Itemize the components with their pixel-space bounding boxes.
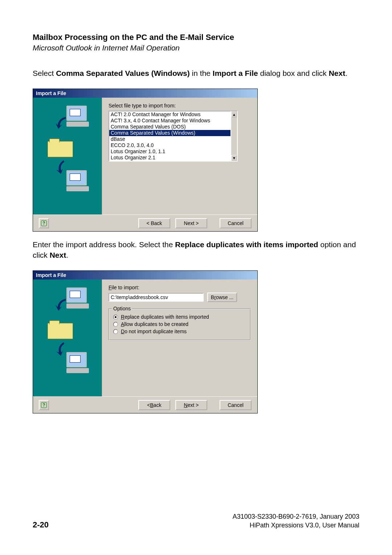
- chevron-down-icon: ▼: [232, 156, 236, 160]
- monitor-icon: [66, 170, 92, 192]
- dialog-content: File to import: Browse ... Options Repla…: [102, 279, 257, 396]
- options-fieldset: Options Replace duplicates with items im…: [109, 309, 251, 340]
- btn-text: ext >: [188, 402, 199, 408]
- text-bold: Import a File: [213, 69, 258, 77]
- list-item[interactable]: ACT! 2.0 Contact Manager for Windows: [109, 111, 230, 118]
- page-footer: 2-20 A31003-S2330-B690-2-7619, January 2…: [33, 513, 359, 530]
- folder-icon: [48, 323, 73, 339]
- next-button[interactable]: Next >: [175, 400, 207, 410]
- monitor-icon: [66, 287, 92, 309]
- mnemonic-underline: A: [121, 321, 124, 327]
- file-type-listbox[interactable]: ACT! 2.0 Contact Manager for Windows ACT…: [109, 111, 231, 162]
- section-heading: Mailbox Processing on the PC and the E-M…: [33, 33, 359, 42]
- dialog-titlebar: Import a File: [33, 271, 257, 279]
- paragraph-2: Enter the import address book. Select th…: [33, 240, 359, 260]
- wizard-graphic: [33, 279, 102, 396]
- wizard-graphic-panel: [33, 279, 102, 396]
- radio-icon: [113, 329, 118, 334]
- document-page: Mailbox Processing on the PC and the E-M…: [0, 0, 392, 413]
- btn-text: owse ...: [216, 294, 233, 300]
- monitor-icon: [66, 352, 92, 374]
- list-item[interactable]: Lotus Organizer 1.0, 1.1: [109, 148, 230, 155]
- arrow-icon: [55, 297, 69, 311]
- dialog-titlebar: Import a File: [33, 89, 257, 98]
- radio-dot-icon: [115, 316, 117, 318]
- import-file-dialog-2: Import a File File to import:: [33, 270, 258, 413]
- dialog-footer: ? < Back Next > Cancel: [33, 396, 257, 413]
- wizard-graphic: [33, 98, 102, 215]
- chevron-up-icon: ▲: [232, 113, 236, 117]
- cancel-button[interactable]: Cancel: [220, 218, 252, 228]
- radio-label: Allow duplicates to be created: [121, 321, 188, 327]
- text-bold: Next: [329, 69, 346, 77]
- dialog-title: Import a File: [36, 272, 66, 278]
- list-item[interactable]: Lotus Organizer 2.1: [109, 155, 230, 161]
- radio-label: Replace duplicates with items imported: [121, 314, 209, 320]
- text-bold: Replace duplicates with items imported: [175, 240, 318, 249]
- fieldset-legend: Options: [112, 306, 132, 311]
- label-text: llow duplicates to be created: [124, 321, 188, 327]
- text: .: [66, 251, 68, 259]
- list-item[interactable]: dBase: [109, 136, 230, 142]
- listbox-container: ACT! 2.0 Contact Manager for Windows ACT…: [109, 111, 238, 162]
- doc-title: HiPath Xpressions V3.0, User Manual: [233, 521, 359, 530]
- btn-text: B: [211, 294, 214, 300]
- label-text: o not import duplicate items: [124, 328, 187, 334]
- list-item[interactable]: ECCO 2.0, 3.0, 4.0: [109, 142, 230, 148]
- doc-id: A31003-S2330-B690-2-7619, January 2003: [233, 513, 359, 521]
- browse-button[interactable]: Browse ...: [207, 293, 237, 302]
- radio-icon: [113, 315, 118, 319]
- mnemonic-underline: F: [109, 285, 112, 290]
- text: .: [345, 69, 347, 77]
- paragraph-1: Select Comma Separated Values (Windows) …: [33, 68, 359, 78]
- radio-replace-duplicates[interactable]: Replace duplicates with items imported: [113, 314, 246, 320]
- folder-icon: [48, 141, 73, 157]
- page-number: 2-20: [33, 520, 49, 530]
- mnemonic-underline: N: [184, 402, 188, 408]
- arrow-icon: [55, 115, 69, 130]
- mnemonic-underline: R: [121, 314, 124, 320]
- mnemonic-underline: B: [150, 402, 154, 408]
- mnemonic-underline: D: [121, 328, 124, 334]
- label-text: eplace duplicates with items imported: [124, 314, 209, 320]
- section-subheading: Microsoft Outlook in Internet Mail Opera…: [33, 44, 359, 52]
- scroll-down-button[interactable]: ▼: [231, 155, 237, 161]
- text: dialog box and click: [258, 69, 329, 77]
- footer-meta: A31003-S2330-B690-2-7619, January 2003 H…: [233, 513, 359, 530]
- text: Select: [33, 69, 56, 77]
- back-button[interactable]: < Back: [138, 400, 170, 410]
- file-path-input[interactable]: [109, 293, 204, 302]
- list-item[interactable]: ACT! 3.x, 4.0 Contact Manager for Window…: [109, 118, 230, 124]
- scroll-up-button[interactable]: ▲: [231, 111, 237, 117]
- radio-do-not-import[interactable]: Do not import duplicate items: [113, 328, 246, 334]
- radio-label: Do not import duplicate items: [121, 328, 187, 334]
- dialog-body: Select file type to import from: ACT! 2.…: [33, 98, 257, 215]
- dialog-body: File to import: Browse ... Options Repla…: [33, 279, 257, 396]
- help-icon: ?: [41, 402, 47, 408]
- next-button[interactable]: Next >: [175, 218, 207, 228]
- cancel-button[interactable]: Cancel: [220, 400, 252, 410]
- btn-text: ack: [154, 402, 162, 408]
- import-file-dialog-1: Import a File Select file type to import…: [33, 89, 258, 232]
- dialog-footer: ? < Back Next > Cancel: [33, 215, 257, 231]
- help-button[interactable]: ?: [39, 400, 49, 410]
- radio-allow-duplicates[interactable]: Allow duplicates to be created: [113, 321, 246, 327]
- dialog-content: Select file type to import from: ACT! 2.…: [102, 98, 257, 215]
- help-button[interactable]: ?: [39, 218, 49, 228]
- scrollbar[interactable]: ▲ ▼: [231, 111, 238, 162]
- label-text: ile to import:: [112, 285, 139, 290]
- text: Enter the import address book. Select th…: [33, 240, 175, 249]
- list-item[interactable]: Comma Separated Values (Windows): [109, 130, 230, 136]
- back-button[interactable]: < Back: [138, 218, 170, 228]
- text-bold: Comma Separated Values (Windows): [56, 69, 190, 77]
- text-bold: Next: [50, 251, 66, 259]
- listbox-label: Select file type to import from:: [109, 103, 251, 109]
- text: in the: [190, 69, 213, 77]
- list-item[interactable]: Comma Separated Values (DOS): [109, 124, 230, 130]
- monitor-icon: [66, 106, 92, 127]
- wizard-graphic-panel: [33, 98, 102, 215]
- help-icon: ?: [41, 220, 47, 226]
- dialog-title: Import a File: [36, 90, 66, 96]
- btn-text: <: [147, 402, 150, 408]
- file-to-import-label: File to import:: [109, 285, 251, 290]
